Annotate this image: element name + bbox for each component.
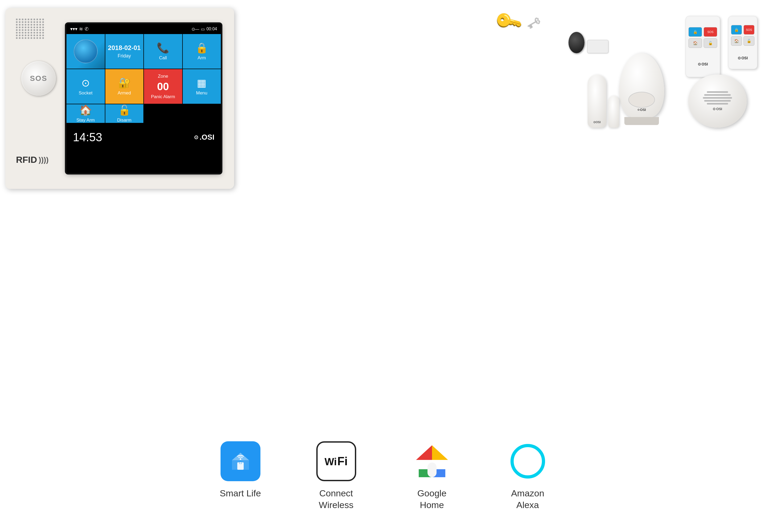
remote-2-osi-text: OSI [741,56,748,60]
stay-icon: 🏠 [79,104,92,116]
door-sensor-magnet [608,96,619,128]
tile-socket[interactable]: ⊙ Socket [67,69,105,104]
zone-text: Zone [158,74,168,79]
alexa-icon [508,441,548,481]
status-right: ⊙— ▭ 00:04 [192,27,217,32]
tile-stay-arm[interactable]: 🏠 Stay Arm [67,104,105,123]
door-osi-text: ⊙OSI [593,120,601,124]
osi-dot-icon: ⊙ [194,134,198,140]
remote-2-btn-unlock[interactable]: 🔓 [744,36,754,46]
siren-osi-text: OSI [716,107,722,111]
google-home-icon [412,441,452,481]
screen-bottom: 14:53 ⊙ .OSI [67,123,221,152]
touchscreen-display[interactable]: ▾▾▾ ≋ ✆ ⊙— ▭ 00:04 2018-02-01 Friday [67,24,221,173]
clock-display: 14:53 [73,131,102,144]
remote-1-osi-text: OSI [701,62,708,66]
siren-rib-5 [707,103,728,105]
siren-rib-2 [704,94,731,96]
remote-2-osi-dot: ⊙ [738,56,741,60]
disarm-label: Disarm [117,118,131,123]
sos-button[interactable]: SOS [21,61,56,96]
date-day: Friday [118,53,131,59]
pir-base [624,117,659,125]
remote-2: 🔒 SOS 🏠 🔓 ⊙ OSI [728,16,757,69]
svg-point-4 [240,458,241,460]
tile-date[interactable]: 2018-02-01 Friday [105,34,144,69]
keys-icon-2: 🗝 [523,12,544,34]
wifi-text-fi: Fi [337,455,348,467]
armed-label: Armed [118,90,131,96]
osi-text: .OSI [200,133,214,142]
smart-life-house-icon: ⌂ [230,451,251,472]
remote-btn-unlock[interactable]: 🔓 [704,38,717,48]
tile-menu[interactable]: ▦ Menu [183,69,221,104]
remote-controls: 🔒 SOS 🏠 🔓 ⊙ OSI 🔒 SOS 🏠 🔓 ⊙ OSI [686,16,757,77]
armed-icon: 🔐 [118,77,131,89]
tile-panic[interactable]: Zone 00 Panic Alarm [144,69,182,104]
tile-globe[interactable] [67,34,105,69]
remote-1-brand: ⊙ OSI [698,62,708,66]
feature-smart-life: ⌂ Smart Life [209,440,272,499]
feature-connect-wireless: Wi Fi ConnectWireless [304,440,368,511]
disarm-icon: 🔓 [118,104,131,116]
pir-body: ⊙ OSI [619,53,664,117]
smart-life-label: Smart Life [220,487,261,499]
status-left: ▾▾▾ ≋ ✆ [70,26,89,32]
osi-brand: ⊙ .OSI [194,133,214,142]
menu-icon: ▦ [197,77,206,89]
remote-2-btn-sos[interactable]: SOS [744,25,754,35]
sos-label: SOS [30,74,47,83]
tile-arm[interactable]: 🔒 Arm [183,34,221,69]
date-main: 2018-02-01 [108,44,141,52]
zone-number: 00 [157,81,169,93]
siren-brand: ⊙ OSI [713,107,722,111]
remote-1: 🔒 SOS 🏠 🔓 ⊙ OSI [686,16,720,77]
siren-body: ⊙ OSI [688,74,747,128]
panic-label: Panic Alarm [151,94,175,99]
connect-wireless-label: ConnectWireless [319,487,353,511]
pir-osi-text: OSI [640,108,646,112]
tile-armed[interactable]: 🔐 Armed [105,69,144,104]
keys-area: 🔑 🗝 [497,11,555,59]
keys-icon: 🔑 [493,6,524,37]
google-home-label: GoogleHome [417,487,447,511]
speaker-grill [16,19,59,45]
remote-2-btn-home[interactable]: 🏠 [731,36,742,46]
menu-label: Menu [196,90,207,96]
signal-icon: ▾▾▾ [70,26,77,32]
remote-2-btn-lock[interactable]: 🔒 [731,25,742,35]
bottom-features: ⌂ Smart Life Wi Fi ConnectWireless [0,440,768,511]
google-home-icon-wrap [411,440,453,483]
door-sensor: ⊙OSI [588,74,619,128]
smart-life-icon-wrap: ⌂ [219,440,262,483]
tile-call[interactable]: 📞 Call [144,34,182,69]
siren-rib-3 [703,97,732,99]
alexa-ring [510,444,545,479]
remote-btn-sos[interactable]: SOS [704,27,717,37]
arm-label: Arm [198,55,206,61]
globe-icon [74,39,98,63]
remote-btn-lock[interactable]: 🔒 [688,27,702,37]
remote-1-osi-dot: ⊙ [698,62,701,66]
pir-eye [628,92,655,108]
remote-2-buttons: 🔒 SOS 🏠 🔓 [731,25,754,46]
tile-grid: 2018-02-01 Friday 📞 Call 🔒 Arm ⊙ Socket … [67,34,221,123]
wifi-icon: ≋ [79,26,83,32]
pir-brand: ⊙ OSI [637,108,646,112]
remote-btn-home[interactable]: 🏠 [688,38,702,48]
amazon-alexa-label: AmazonAlexa [511,487,544,511]
tile-disarm[interactable]: 🔓 Disarm [105,104,144,123]
door-sensor-main: ⊙OSI [588,74,606,128]
alexa-icon-wrap [507,440,549,483]
rfid-label: RFID )))) [16,155,49,165]
feature-amazon-alexa: AmazonAlexa [496,440,560,511]
feature-google-home: GoogleHome [400,440,464,511]
wifi-text-wi: Wi [325,457,337,467]
remote-1-buttons: 🔒 SOS 🏠 🔓 [688,27,717,48]
smart-life-icon: ⌂ [221,441,260,481]
status-time: 00:04 [206,27,217,31]
key-icon: ⊙— [192,27,199,32]
svg-marker-5 [416,445,432,460]
wifi-icon-box: Wi Fi [316,441,356,481]
call-icon: 📞 [157,42,169,54]
